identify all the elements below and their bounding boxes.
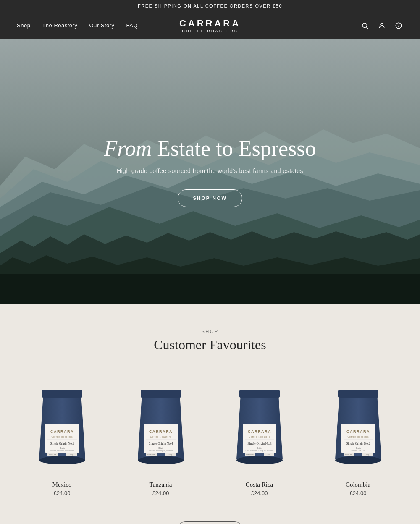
svg-text:Single Origin No.4: Single Origin No.4 bbox=[149, 442, 173, 445]
svg-point-2 bbox=[381, 23, 383, 26]
svg-text:250g: 250g bbox=[267, 454, 270, 456]
svg-text:Roast Date: Roast Date bbox=[147, 454, 155, 456]
product-image-mexico: CARRARA Coffee Roasters Single Origin No… bbox=[17, 374, 107, 474]
main-nav: Shop The Roastery Our Story FAQ bbox=[17, 22, 138, 29]
product-card-mexico[interactable]: CARRARA Coffee Roasters Single Origin No… bbox=[17, 374, 107, 496]
svg-text:Roast Date: Roast Date bbox=[49, 454, 56, 456]
product-price-colombia: £24.00 bbox=[350, 490, 367, 496]
hero-section: From Estate to Espresso High grade coffe… bbox=[0, 39, 420, 304]
svg-text:CARRARA: CARRARA bbox=[346, 430, 370, 434]
svg-text:CARRARA: CARRARA bbox=[248, 430, 271, 434]
brand-name: CARRARA bbox=[179, 18, 241, 29]
product-price-mexico: £24.00 bbox=[54, 490, 71, 496]
svg-point-0 bbox=[362, 23, 367, 28]
product-price-tanzania: £24.00 bbox=[152, 490, 169, 496]
product-image-colombia: CARRARA Coffee Roasters Single Origin No… bbox=[313, 374, 403, 474]
svg-text:Arusha, Kilimanjaro, Njombe: Arusha, Kilimanjaro, Njombe bbox=[149, 450, 173, 452]
svg-point-47 bbox=[335, 456, 381, 464]
cart-icon[interactable]: 0 bbox=[394, 21, 403, 30]
product-card-colombia[interactable]: CARRARA Coffee Roasters Single Origin No… bbox=[313, 374, 403, 496]
hero-title-rest: Estate to Espresso bbox=[152, 136, 316, 160]
svg-rect-6 bbox=[0, 274, 420, 304]
announcement-bar: FREE SHIPPING ON ALL COFFEE ORDERS OVER … bbox=[0, 0, 420, 12]
nav-shop[interactable]: Shop bbox=[17, 22, 30, 29]
svg-rect-7 bbox=[42, 390, 82, 398]
product-name-colombia: Colombia bbox=[346, 481, 370, 488]
svg-point-21 bbox=[138, 456, 184, 464]
product-image-costa-rica: CARRARA Coffee Roasters Single Origin No… bbox=[214, 374, 304, 474]
announcement-text: FREE SHIPPING ON ALL COFFEE ORDERS OVER … bbox=[138, 3, 282, 8]
shop-all-button[interactable]: SHOP ALL bbox=[177, 521, 243, 524]
product-name-mexico: Mexico bbox=[52, 481, 72, 488]
svg-rect-20 bbox=[141, 390, 181, 398]
svg-point-34 bbox=[236, 456, 283, 464]
svg-text:Nariño, Peru, JA: Nariño, Peru, JA bbox=[351, 450, 365, 452]
svg-text:Coffee Roasters: Coffee Roasters bbox=[150, 435, 171, 438]
svg-text:Single Origin No.1: Single Origin No.1 bbox=[50, 442, 74, 445]
product-card-costa-rica[interactable]: CARRARA Coffee Roasters Single Origin No… bbox=[214, 374, 304, 496]
svg-text:250g: 250g bbox=[70, 454, 73, 456]
product-name-tanzania: Tanzania bbox=[150, 481, 172, 488]
svg-point-8 bbox=[39, 456, 85, 464]
svg-line-1 bbox=[366, 27, 368, 29]
svg-text:Café Boquete, Chiriquí, Colomb: Café Boquete, Chiriquí, Colombia bbox=[245, 450, 274, 452]
svg-text:Origin: Origin bbox=[59, 447, 65, 449]
product-price-costa-rica: £24.00 bbox=[251, 490, 268, 496]
svg-text:Mexico, Chiapas, Guatemala: Mexico, Chiapas, Guatemala bbox=[50, 450, 74, 452]
svg-text:Single Origin No.2: Single Origin No.2 bbox=[346, 442, 370, 445]
svg-text:250g: 250g bbox=[168, 454, 172, 456]
site-logo[interactable]: CARRARA COFFEE ROASTERS bbox=[179, 18, 241, 33]
svg-text:0: 0 bbox=[398, 24, 399, 28]
header-icons: 0 bbox=[360, 21, 403, 30]
svg-text:Roast Date: Roast Date bbox=[246, 454, 254, 456]
svg-text:CARRARA: CARRARA bbox=[149, 430, 173, 434]
products-grid: CARRARA Coffee Roasters Single Origin No… bbox=[17, 374, 403, 496]
hero-cta-button[interactable]: SHOP NOW bbox=[178, 189, 243, 207]
account-icon[interactable] bbox=[377, 21, 386, 30]
nav-our-story[interactable]: Our Story bbox=[89, 22, 114, 29]
product-name-costa-rica: Costa Rica bbox=[246, 481, 273, 488]
svg-text:250g: 250g bbox=[366, 454, 369, 456]
svg-text:Origin: Origin bbox=[355, 447, 361, 449]
svg-text:Origin: Origin bbox=[158, 447, 163, 449]
svg-rect-46 bbox=[338, 390, 378, 398]
svg-rect-33 bbox=[239, 390, 280, 398]
search-icon[interactable] bbox=[360, 21, 370, 30]
product-image-tanzania: CARRARA Coffee Roasters Single Origin No… bbox=[116, 374, 206, 474]
nav-roastery[interactable]: The Roastery bbox=[42, 22, 77, 29]
hero-subtitle: High grade coffee sourced from the world… bbox=[104, 168, 316, 174]
nav-faq[interactable]: FAQ bbox=[126, 22, 138, 29]
site-header: Shop The Roastery Our Story FAQ CARRARA … bbox=[0, 12, 420, 39]
shop-section-label: SHOP bbox=[17, 329, 403, 334]
svg-text:Roast Date: Roast Date bbox=[345, 454, 352, 456]
brand-sub: COFFEE ROASTERS bbox=[179, 29, 241, 33]
svg-text:Coffee Roasters: Coffee Roasters bbox=[347, 435, 369, 438]
svg-text:Single Origin No.3: Single Origin No.3 bbox=[247, 442, 272, 445]
hero-content: From Estate to Espresso High grade coffe… bbox=[96, 128, 325, 215]
hero-title-italic: From bbox=[104, 136, 152, 160]
shop-section-title: Customer Favourites bbox=[17, 337, 403, 353]
product-card-tanzania[interactable]: CARRARA Coffee Roasters Single Origin No… bbox=[116, 374, 206, 496]
svg-text:Coffee Roasters: Coffee Roasters bbox=[249, 435, 270, 438]
hero-title: From Estate to Espresso bbox=[104, 136, 316, 161]
svg-text:Coffee Roasters: Coffee Roasters bbox=[51, 435, 73, 438]
shop-section: SHOP Customer Favourites bbox=[0, 304, 420, 524]
shop-all-container: SHOP ALL bbox=[17, 521, 403, 524]
svg-text:Origin: Origin bbox=[257, 447, 262, 449]
svg-text:CARRARA: CARRARA bbox=[50, 430, 74, 434]
